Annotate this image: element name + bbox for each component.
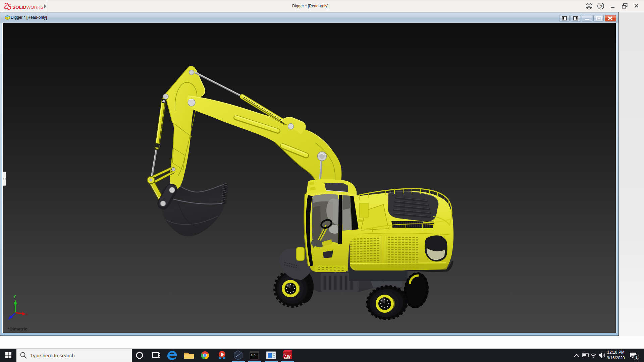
- svg-text:?: ?: [600, 4, 603, 9]
- svg-text:C:\_: C:\_: [251, 354, 257, 357]
- svg-text:Y: Y: [13, 294, 16, 299]
- svg-text:1: 1: [636, 355, 638, 359]
- svg-text:2020: 2020: [284, 357, 290, 360]
